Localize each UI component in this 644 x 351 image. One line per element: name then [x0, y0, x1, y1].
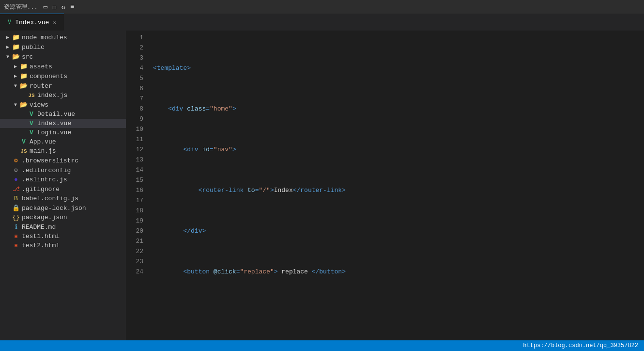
vue-file-icon: V	[27, 120, 36, 127]
folder-icon: 📁	[19, 72, 28, 80]
sidebar-item-router[interactable]: ▼ 📂 router	[0, 81, 126, 91]
new-file-icon[interactable]: ▭	[44, 3, 47, 11]
arrow-icon: ▼	[12, 83, 19, 89]
sidebar-label: Index.vue	[36, 120, 71, 127]
sidebar-item-readme[interactable]: ℹ README.md	[0, 222, 126, 232]
sidebar-label: Detail.vue	[36, 111, 75, 118]
vue-file-icon: V	[27, 111, 36, 118]
main-layout: ▶ 📁 node_modules ▶ 📁 public ▼ 📂 src ▶ 📁 …	[0, 31, 644, 340]
sidebar-item-test2-html[interactable]: H test2.html	[0, 241, 126, 250]
code-area: 1 2 3 4 5 6 7 8 9 10 11 12 13 14 15 16 1…	[126, 31, 644, 340]
md-icon: ℹ	[12, 223, 20, 231]
sidebar-item-src[interactable]: ▼ 📂 src	[0, 52, 126, 62]
sidebar-label: index.js	[36, 92, 67, 99]
sidebar-item-index-vue[interactable]: V Index.vue	[0, 119, 126, 128]
sidebar-label: package-lock.json	[20, 205, 86, 212]
folder-open-icon: 📂	[19, 101, 28, 109]
vue-file-icon: V	[19, 138, 28, 145]
sidebar-item-browserslistrc[interactable]: ⚙ .browserslistrc	[0, 156, 126, 165]
sidebar-label: test2.html	[20, 242, 60, 249]
sidebar-item-public[interactable]: ▶ 📁 public	[0, 42, 126, 52]
code-editor[interactable]: 1 2 3 4 5 6 7 8 9 10 11 12 13 14 15 16 1…	[126, 31, 644, 340]
new-folder-icon[interactable]: ◻	[52, 3, 56, 11]
sidebar-label: Login.vue	[36, 129, 71, 136]
code-line-6: <button @click="replace"> replace </butt…	[153, 267, 644, 277]
babel-icon: B	[12, 195, 20, 202]
browserslist-icon: ⚙	[12, 157, 20, 164]
top-bar-icons: ▭ ◻ ↻ ≡	[44, 3, 75, 11]
sidebar-item-gitignore[interactable]: ⎇ .gitignore	[0, 184, 126, 194]
folder-icon: 📁	[19, 63, 28, 70]
sidebar-item-package-json[interactable]: {} package.json	[0, 213, 126, 222]
sidebar-label: public	[20, 44, 45, 51]
arrow-icon: ▼	[12, 102, 19, 108]
arrow-icon: ▼	[4, 54, 12, 60]
sidebar-item-components[interactable]: ▶ 📁 components	[0, 71, 126, 81]
vue-file-icon: V	[27, 129, 36, 136]
js-file-icon: JS	[27, 93, 36, 98]
status-bar: https://blog.csdn.net/qq_39357822	[0, 340, 644, 351]
code-line-4: <router-link to="/">Index</router-link>	[153, 185, 644, 195]
arrow-icon: ▶	[12, 73, 19, 79]
code-line-3: <div id="nav">	[153, 144, 644, 155]
sidebar-label: README.md	[20, 223, 56, 231]
lock-icon: 🔒	[12, 204, 20, 212]
sidebar-item-router-index-js[interactable]: JS index.js	[0, 91, 126, 100]
code-line-2: <div class="home">	[153, 104, 644, 114]
folder-icon: 📁	[12, 43, 20, 51]
refresh-icon[interactable]: ↻	[61, 3, 65, 11]
arrow-icon: ▶	[4, 44, 12, 50]
sidebar-item-package-lock[interactable]: 🔒 package-lock.json	[0, 203, 126, 213]
arrow-icon: ▶	[4, 34, 12, 40]
tab-index-vue[interactable]: V Index.vue ✕	[0, 14, 64, 31]
sidebar-label: package.json	[20, 214, 67, 221]
sidebar-item-app-vue[interactable]: V App.vue	[0, 137, 126, 146]
code-line-5: </div>	[153, 226, 644, 236]
sidebar-item-login-vue[interactable]: V Login.vue	[0, 128, 126, 137]
sidebar-label: views	[28, 101, 48, 109]
sidebar-item-detail-vue[interactable]: V Detail.vue	[0, 110, 126, 119]
tab-filename: Index.vue	[15, 19, 49, 26]
sidebar-item-main-js[interactable]: JS main.js	[0, 146, 126, 156]
sidebar-label: node_modules	[20, 34, 67, 41]
js-file-icon: JS	[19, 148, 28, 154]
json-icon: {}	[12, 214, 20, 221]
top-bar: 资源管理... ▭ ◻ ↻ ≡	[0, 0, 644, 14]
sidebar-label: router	[28, 82, 52, 90]
html-icon: H	[12, 234, 20, 239]
code-line-7	[153, 307, 644, 318]
sidebar-label: App.vue	[28, 138, 56, 145]
folder-icon: 📁	[12, 33, 20, 41]
sidebar-label: assets	[28, 63, 52, 70]
sidebar-label: src	[20, 53, 33, 61]
sidebar-item-eslintrc[interactable]: ● .eslintrc.js	[0, 175, 126, 184]
git-icon: ⎇	[12, 185, 20, 193]
sidebar-label: main.js	[28, 147, 56, 155]
explorer-title: 资源管理...	[4, 3, 38, 11]
editorconfig-icon: ⚙	[12, 166, 20, 174]
sidebar-label: .browserslistrc	[20, 157, 78, 164]
sidebar-item-babel-config[interactable]: B babel.config.js	[0, 194, 126, 203]
sidebar-label: .gitignore	[20, 186, 60, 193]
folder-open-icon: 📂	[12, 53, 20, 61]
sidebar-label: test1.html	[20, 233, 60, 240]
sidebar-item-views[interactable]: ▼ 📂 views	[0, 100, 126, 110]
line-numbers: 1 2 3 4 5 6 7 8 9 10 11 12 13 14 15 16 1…	[126, 32, 149, 340]
sidebar-item-test1-html[interactable]: H test1.html	[0, 232, 126, 241]
sidebar-item-assets[interactable]: ▶ 📁 assets	[0, 62, 126, 71]
sidebar-item-node-modules[interactable]: ▶ 📁 node_modules	[0, 32, 126, 42]
sidebar-item-editorconfig[interactable]: ⚙ .editorconfig	[0, 165, 126, 175]
status-url: https://blog.csdn.net/qq_39357822	[523, 342, 638, 349]
sidebar-label: .editorconfig	[20, 167, 71, 174]
collapse-icon[interactable]: ≡	[70, 3, 74, 11]
tab-close-button[interactable]: ✕	[53, 19, 56, 26]
eslint-icon: ●	[12, 176, 20, 183]
file-explorer: ▶ 📁 node_modules ▶ 📁 public ▼ 📂 src ▶ 📁 …	[0, 31, 126, 340]
arrow-icon: ▶	[12, 64, 19, 69]
vue-file-icon: V	[8, 19, 11, 26]
folder-open-icon: 📂	[19, 82, 28, 90]
sidebar-label: .eslintrc.js	[20, 176, 67, 183]
code-line-1: <template>	[153, 63, 644, 73]
tab-bar: V Index.vue ✕	[0, 14, 644, 31]
html-icon: H	[12, 243, 20, 249]
